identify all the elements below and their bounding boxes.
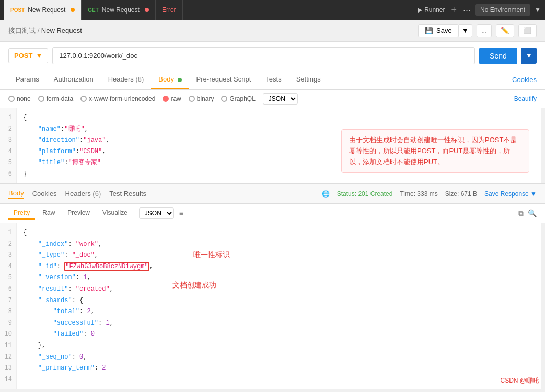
tab-error[interactable]: Error [156, 0, 183, 20]
format-graphql-label: GraphQL [229, 95, 255, 102]
save-icon: 💾 [425, 27, 433, 34]
breadcrumb: 接口测试 / New Request [8, 26, 82, 36]
send-button[interactable]: Send [479, 48, 517, 64]
format-raw[interactable]: raw [163, 95, 181, 102]
format-binary-label: binary [197, 95, 214, 102]
resp-line-11: }, [23, 340, 539, 352]
tab-body[interactable]: Body [151, 70, 189, 89]
line-numbers: 1 2 3 4 5 6 [0, 108, 17, 184]
resp-format-right: ⧉ 🔍 [518, 209, 537, 218]
response-time: Time: 333 ms [400, 190, 437, 198]
format-graphql[interactable]: GraphQL [221, 95, 255, 102]
format-form-data[interactable]: form-data [38, 95, 73, 102]
resp-line-9: "successful": 1, [23, 318, 539, 329]
split-icon: ⬜ [523, 27, 532, 34]
format-form-data-label: form-data [47, 95, 73, 102]
scrollbar-req[interactable] [541, 108, 545, 183]
tab-post-new-request[interactable]: POST New Request [4, 0, 82, 20]
format-urlencoded[interactable]: x-www-form-urlencoded [80, 95, 155, 102]
more-actions-button[interactable]: ... [477, 24, 492, 37]
search-icon[interactable]: 🔍 [528, 209, 537, 217]
resp-tab-test-results[interactable]: Test Results [109, 189, 146, 199]
tab-label-1: New Request [28, 6, 65, 14]
tab-dot-1 [71, 8, 75, 12]
tab-dot-2 [145, 8, 149, 12]
resp-code-content[interactable]: { "_index": "work", "_type": "_doc", "_i… [17, 223, 545, 389]
resp-line-8: "total": 2, [23, 306, 539, 318]
response-header: Body Cookies Headers (6) Test Results 🌐 … [0, 184, 545, 204]
response-body: 1 2 3 4 5 6 7 8 9 10 11 12 13 14 { "_ind… [0, 223, 545, 389]
resp-line-6: "result": "created", [23, 284, 539, 295]
radio-graphql [221, 96, 227, 102]
breadcrumb-separator: / [38, 27, 41, 34]
breadcrumb-bar: 接口测试 / New Request 💾 Save ▼ ... ✏️ ⬜ [0, 20, 545, 42]
radio-none [8, 96, 15, 102]
method-label-get: GET [88, 7, 99, 13]
body-format-bar: none form-data x-www-form-urlencoded raw… [0, 90, 545, 108]
copy-icon[interactable]: ⧉ [518, 209, 524, 218]
resp-format-pretty[interactable]: Pretty [8, 207, 35, 220]
resp-line-7: "_shards": { [23, 295, 539, 307]
runner-play-icon: ▶ [418, 6, 422, 14]
radio-urlencoded [80, 96, 87, 102]
split-button[interactable]: ⬜ [518, 24, 537, 37]
radio-form-data [38, 96, 44, 102]
resp-line-12: "_seq_no": 0, [23, 352, 539, 363]
filter-icon[interactable]: ≡ [179, 209, 183, 217]
resp-line-numbers: 1 2 3 4 5 6 7 8 9 10 11 12 13 14 [0, 223, 17, 389]
env-chevron-icon[interactable]: ▼ [535, 6, 541, 14]
json-type-selector[interactable]: JSON [263, 93, 298, 105]
tab-tests[interactable]: Tests [258, 70, 288, 89]
resp-line-1: { [23, 227, 539, 239]
tab-pre-request[interactable]: Pre-request Script [189, 70, 259, 89]
tab-authorization[interactable]: Authorization [47, 70, 101, 89]
tab-params[interactable]: Params [8, 70, 47, 89]
resp-format-visualize[interactable]: Visualize [97, 207, 133, 220]
tab-headers[interactable]: Headers (8) [101, 70, 152, 89]
breadcrumb-current: New Request [41, 27, 82, 34]
cookies-link[interactable]: Cookies [512, 76, 537, 84]
response-format-bar: Pretty Raw Preview Visualize JSON ≡ ⧉ 🔍 [0, 204, 545, 223]
beautify-button[interactable]: Beautify [514, 95, 537, 102]
method-selector[interactable]: POST ▼ [8, 48, 48, 63]
save-button[interactable]: 💾 Save [418, 24, 459, 37]
resp-tab-body[interactable]: Body [8, 188, 24, 199]
scrollbar-resp[interactable] [541, 223, 545, 389]
resp-tab-cookies[interactable]: Cookies [32, 189, 57, 199]
resp-line-3: "_type": "_doc", [23, 250, 539, 261]
resp-annotation-2: 文档创建成功 [172, 281, 216, 290]
resp-line-2: "_index": "work", [23, 239, 539, 250]
resp-format-raw[interactable]: Raw [37, 207, 60, 220]
format-binary[interactable]: binary [189, 95, 214, 102]
save-dropdown-button[interactable]: ▼ [459, 24, 472, 37]
tab-bar: POST New Request GET New Request Error ▶… [0, 0, 545, 20]
more-options-icon[interactable]: ··· [463, 5, 471, 16]
resp-line-5: "_version": 1, [23, 272, 539, 284]
status-icon: 🌐 [322, 190, 330, 198]
method-label-post: POST [10, 7, 25, 13]
resp-line-13: "_primary_term": 2 [23, 363, 539, 374]
code-line-1: { [23, 112, 539, 124]
send-dropdown-button[interactable]: ▼ [521, 48, 537, 64]
format-none-label: none [17, 95, 31, 102]
runner-button[interactable]: ▶ Runner [418, 6, 445, 14]
resp-tab-headers[interactable]: Headers (6) [65, 189, 101, 199]
add-tab-icon[interactable]: + [451, 5, 457, 16]
breadcrumb-parent[interactable]: 接口测试 [8, 27, 36, 34]
resp-format-preview[interactable]: Preview [62, 207, 95, 220]
resp-json-selector[interactable]: JSON [139, 207, 174, 219]
resp-line-10: "failed": 0 [23, 329, 539, 340]
format-none[interactable]: none [8, 95, 31, 102]
save-response-button[interactable]: Save Response ▼ [484, 190, 537, 198]
radio-raw [163, 96, 169, 102]
tab-get-new-request[interactable]: GET New Request [82, 0, 156, 20]
tab-bar-right: ▶ Runner + ··· No Environment ▼ [418, 4, 541, 16]
body-format-options: none form-data x-www-form-urlencoded raw… [8, 93, 298, 105]
environment-selector[interactable]: No Environment [475, 4, 530, 16]
method-value: POST [14, 52, 32, 60]
tab-settings[interactable]: Settings [289, 70, 328, 89]
request-body-editor: 1 2 3 4 5 6 { "name":"哪吒", "direction":"… [0, 108, 545, 184]
edit-button[interactable]: ✏️ [496, 24, 514, 37]
url-input[interactable] [52, 47, 475, 64]
resp-line-4: "_id": "FZwhG3wBoB8czND1wygm", [23, 261, 539, 273]
